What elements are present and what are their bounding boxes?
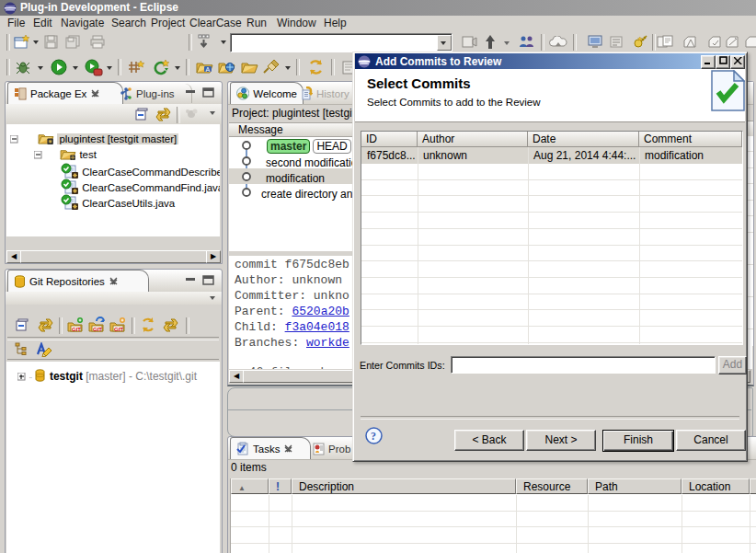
svg-text:GIT: GIT <box>72 327 81 332</box>
svg-text:?: ? <box>371 430 376 443</box>
svg-text:GIT: GIT <box>114 327 123 332</box>
svg-text:GIT: GIT <box>93 327 102 332</box>
svg-text:A: A <box>206 66 211 73</box>
